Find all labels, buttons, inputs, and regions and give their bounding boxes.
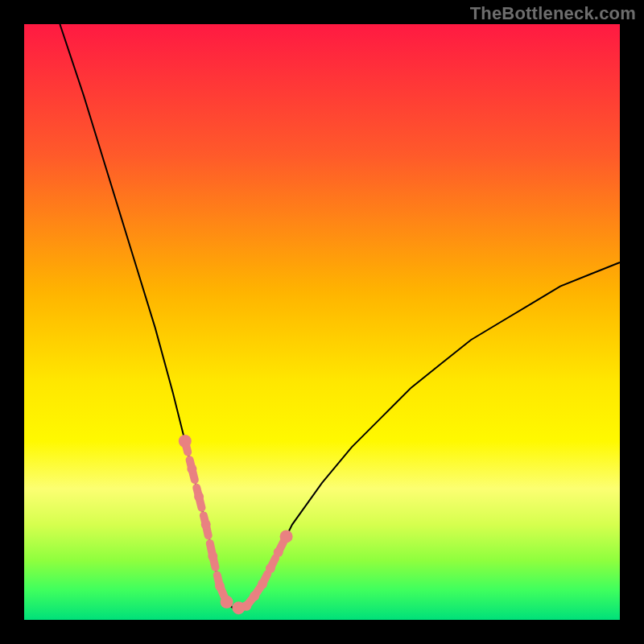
marker-group-right: [232, 530, 292, 614]
watermark-text: TheBottleneck.com: [470, 3, 636, 24]
curve-marker-dot: [250, 591, 259, 601]
curve-marker-dot: [194, 492, 204, 502]
curve-layer: [24, 24, 620, 620]
curve-marker-dot: [274, 547, 283, 557]
chart-stage: TheBottleneck.com: [0, 0, 644, 644]
curve-marker-dot: [208, 551, 217, 561]
curve-marker-dot: [258, 580, 267, 589]
curve-marker-dot: [179, 435, 192, 448]
curve-marker-dot: [280, 530, 293, 543]
curve-marker-dot: [215, 581, 225, 591]
curve-marker-dot: [187, 464, 196, 474]
curve-marker-dash: [206, 525, 213, 557]
curve-marker-dot: [221, 596, 233, 609]
marker-group-left: [179, 435, 233, 609]
bottleneck-curve: [60, 24, 620, 608]
plot-area: [24, 24, 620, 620]
curve-marker-dot: [242, 601, 251, 611]
curve-marker-dot: [201, 520, 211, 530]
curve-marker-dot: [266, 564, 275, 573]
